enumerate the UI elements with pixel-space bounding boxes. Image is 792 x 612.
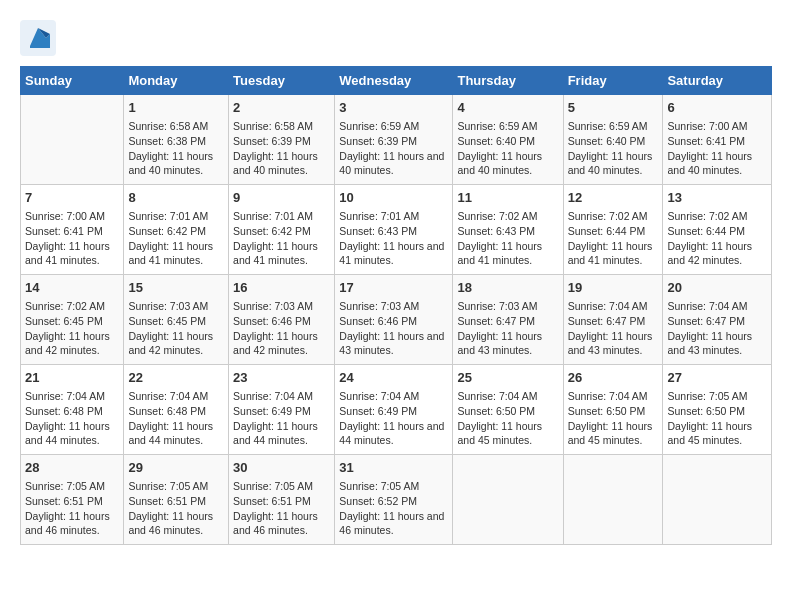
day-number: 30 (233, 459, 330, 477)
day-number: 29 (128, 459, 224, 477)
day-number: 5 (568, 99, 659, 117)
calendar-cell: 6Sunrise: 7:00 AM Sunset: 6:41 PM Daylig… (663, 95, 772, 185)
logo-icon (20, 20, 56, 56)
day-number: 21 (25, 369, 119, 387)
calendar-cell: 9Sunrise: 7:01 AM Sunset: 6:42 PM Daylig… (229, 185, 335, 275)
day-info: Sunrise: 7:03 AM Sunset: 6:45 PM Dayligh… (128, 299, 224, 358)
day-number: 7 (25, 189, 119, 207)
day-info: Sunrise: 7:02 AM Sunset: 6:45 PM Dayligh… (25, 299, 119, 358)
calendar-cell: 19Sunrise: 7:04 AM Sunset: 6:47 PM Dayli… (563, 275, 663, 365)
day-info: Sunrise: 6:59 AM Sunset: 6:40 PM Dayligh… (457, 119, 558, 178)
calendar-cell: 1Sunrise: 6:58 AM Sunset: 6:38 PM Daylig… (124, 95, 229, 185)
page-header (20, 20, 772, 56)
day-info: Sunrise: 7:02 AM Sunset: 6:43 PM Dayligh… (457, 209, 558, 268)
header-wednesday: Wednesday (335, 67, 453, 95)
day-number: 2 (233, 99, 330, 117)
day-info: Sunrise: 7:04 AM Sunset: 6:49 PM Dayligh… (339, 389, 448, 448)
day-number: 20 (667, 279, 767, 297)
day-info: Sunrise: 7:05 AM Sunset: 6:51 PM Dayligh… (25, 479, 119, 538)
day-info: Sunrise: 6:59 AM Sunset: 6:39 PM Dayligh… (339, 119, 448, 178)
calendar-cell: 24Sunrise: 7:04 AM Sunset: 6:49 PM Dayli… (335, 365, 453, 455)
day-number: 15 (128, 279, 224, 297)
calendar-cell: 5Sunrise: 6:59 AM Sunset: 6:40 PM Daylig… (563, 95, 663, 185)
day-info: Sunrise: 7:04 AM Sunset: 6:48 PM Dayligh… (128, 389, 224, 448)
day-number: 17 (339, 279, 448, 297)
calendar-cell: 4Sunrise: 6:59 AM Sunset: 6:40 PM Daylig… (453, 95, 563, 185)
calendar-cell: 27Sunrise: 7:05 AM Sunset: 6:50 PM Dayli… (663, 365, 772, 455)
calendar-cell: 3Sunrise: 6:59 AM Sunset: 6:39 PM Daylig… (335, 95, 453, 185)
day-number: 27 (667, 369, 767, 387)
calendar-body: 1Sunrise: 6:58 AM Sunset: 6:38 PM Daylig… (21, 95, 772, 545)
calendar-cell: 15Sunrise: 7:03 AM Sunset: 6:45 PM Dayli… (124, 275, 229, 365)
day-info: Sunrise: 7:01 AM Sunset: 6:43 PM Dayligh… (339, 209, 448, 268)
calendar-cell: 25Sunrise: 7:04 AM Sunset: 6:50 PM Dayli… (453, 365, 563, 455)
header-row: SundayMondayTuesdayWednesdayThursdayFrid… (21, 67, 772, 95)
day-number: 14 (25, 279, 119, 297)
header-tuesday: Tuesday (229, 67, 335, 95)
day-number: 6 (667, 99, 767, 117)
day-number: 22 (128, 369, 224, 387)
day-info: Sunrise: 6:59 AM Sunset: 6:40 PM Dayligh… (568, 119, 659, 178)
calendar-cell: 28Sunrise: 7:05 AM Sunset: 6:51 PM Dayli… (21, 455, 124, 545)
calendar-cell: 31Sunrise: 7:05 AM Sunset: 6:52 PM Dayli… (335, 455, 453, 545)
week-row-0: 1Sunrise: 6:58 AM Sunset: 6:38 PM Daylig… (21, 95, 772, 185)
calendar-cell: 2Sunrise: 6:58 AM Sunset: 6:39 PM Daylig… (229, 95, 335, 185)
week-row-4: 28Sunrise: 7:05 AM Sunset: 6:51 PM Dayli… (21, 455, 772, 545)
calendar-table: SundayMondayTuesdayWednesdayThursdayFrid… (20, 66, 772, 545)
day-info: Sunrise: 7:01 AM Sunset: 6:42 PM Dayligh… (233, 209, 330, 268)
header-monday: Monday (124, 67, 229, 95)
day-number: 24 (339, 369, 448, 387)
day-number: 1 (128, 99, 224, 117)
header-friday: Friday (563, 67, 663, 95)
calendar-cell: 16Sunrise: 7:03 AM Sunset: 6:46 PM Dayli… (229, 275, 335, 365)
calendar-cell (453, 455, 563, 545)
day-info: Sunrise: 7:05 AM Sunset: 6:52 PM Dayligh… (339, 479, 448, 538)
day-info: Sunrise: 7:03 AM Sunset: 6:47 PM Dayligh… (457, 299, 558, 358)
calendar-cell: 11Sunrise: 7:02 AM Sunset: 6:43 PM Dayli… (453, 185, 563, 275)
calendar-header: SundayMondayTuesdayWednesdayThursdayFrid… (21, 67, 772, 95)
header-thursday: Thursday (453, 67, 563, 95)
week-row-2: 14Sunrise: 7:02 AM Sunset: 6:45 PM Dayli… (21, 275, 772, 365)
day-info: Sunrise: 7:04 AM Sunset: 6:50 PM Dayligh… (568, 389, 659, 448)
day-number: 31 (339, 459, 448, 477)
week-row-3: 21Sunrise: 7:04 AM Sunset: 6:48 PM Dayli… (21, 365, 772, 455)
day-number: 23 (233, 369, 330, 387)
day-number: 8 (128, 189, 224, 207)
day-info: Sunrise: 6:58 AM Sunset: 6:38 PM Dayligh… (128, 119, 224, 178)
calendar-cell (21, 95, 124, 185)
calendar-cell: 20Sunrise: 7:04 AM Sunset: 6:47 PM Dayli… (663, 275, 772, 365)
day-info: Sunrise: 7:04 AM Sunset: 6:50 PM Dayligh… (457, 389, 558, 448)
day-info: Sunrise: 7:05 AM Sunset: 6:51 PM Dayligh… (128, 479, 224, 538)
day-info: Sunrise: 7:04 AM Sunset: 6:49 PM Dayligh… (233, 389, 330, 448)
day-number: 19 (568, 279, 659, 297)
day-info: Sunrise: 7:04 AM Sunset: 6:48 PM Dayligh… (25, 389, 119, 448)
calendar-cell: 22Sunrise: 7:04 AM Sunset: 6:48 PM Dayli… (124, 365, 229, 455)
calendar-cell: 13Sunrise: 7:02 AM Sunset: 6:44 PM Dayli… (663, 185, 772, 275)
calendar-cell: 26Sunrise: 7:04 AM Sunset: 6:50 PM Dayli… (563, 365, 663, 455)
day-number: 11 (457, 189, 558, 207)
day-number: 16 (233, 279, 330, 297)
calendar-cell: 8Sunrise: 7:01 AM Sunset: 6:42 PM Daylig… (124, 185, 229, 275)
calendar-cell: 12Sunrise: 7:02 AM Sunset: 6:44 PM Dayli… (563, 185, 663, 275)
day-number: 26 (568, 369, 659, 387)
day-number: 18 (457, 279, 558, 297)
day-info: Sunrise: 7:04 AM Sunset: 6:47 PM Dayligh… (667, 299, 767, 358)
day-number: 9 (233, 189, 330, 207)
calendar-cell: 21Sunrise: 7:04 AM Sunset: 6:48 PM Dayli… (21, 365, 124, 455)
day-number: 3 (339, 99, 448, 117)
calendar-cell: 17Sunrise: 7:03 AM Sunset: 6:46 PM Dayli… (335, 275, 453, 365)
calendar-cell: 30Sunrise: 7:05 AM Sunset: 6:51 PM Dayli… (229, 455, 335, 545)
logo (20, 20, 60, 56)
week-row-1: 7Sunrise: 7:00 AM Sunset: 6:41 PM Daylig… (21, 185, 772, 275)
calendar-cell: 29Sunrise: 7:05 AM Sunset: 6:51 PM Dayli… (124, 455, 229, 545)
calendar-cell: 23Sunrise: 7:04 AM Sunset: 6:49 PM Dayli… (229, 365, 335, 455)
day-info: Sunrise: 7:00 AM Sunset: 6:41 PM Dayligh… (667, 119, 767, 178)
day-number: 10 (339, 189, 448, 207)
header-sunday: Sunday (21, 67, 124, 95)
day-info: Sunrise: 7:01 AM Sunset: 6:42 PM Dayligh… (128, 209, 224, 268)
day-number: 28 (25, 459, 119, 477)
day-info: Sunrise: 7:02 AM Sunset: 6:44 PM Dayligh… (667, 209, 767, 268)
day-info: Sunrise: 7:03 AM Sunset: 6:46 PM Dayligh… (339, 299, 448, 358)
header-saturday: Saturday (663, 67, 772, 95)
day-number: 4 (457, 99, 558, 117)
